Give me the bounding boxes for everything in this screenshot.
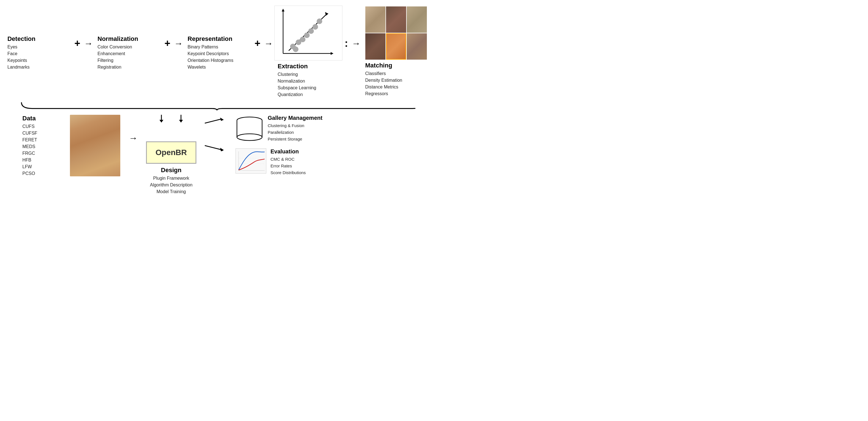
face-thumb-4 (365, 33, 385, 60)
openbr-box: OpenBR (146, 141, 196, 164)
svg-line-20 (205, 146, 221, 150)
gallery-items: Clustering & FusionParallelizationPersis… (268, 122, 324, 143)
bottom-row: Data CUFSCUFSFFERETMEDSFRGCHFBLFWPCSO → (0, 112, 434, 195)
svg-marker-19 (220, 118, 224, 121)
svg-point-11 (308, 28, 314, 34)
svg-point-12 (312, 24, 318, 30)
normalization-step: Normalization Color ConversionEnhancemen… (94, 33, 162, 70)
svg-marker-1 (331, 52, 334, 55)
evaluation-title: Evaluation (271, 148, 327, 155)
data-section: Data CUFSCUFSFFERETMEDSFRGCHFBLFWPCSO (22, 115, 56, 177)
main-container: ✛ ✛ Detection EyesFaceKeypointsLandmarks… (0, 0, 434, 210)
normalization-items: Color ConversionEnhancementFilteringRegi… (98, 44, 159, 70)
matching-image (365, 6, 427, 60)
evaluation-section: Evaluation CMC & ROCError RatesScore Dis… (236, 148, 327, 176)
gallery-text: Gallery Management Clustering & FusionPa… (268, 115, 324, 143)
svg-marker-21 (220, 148, 224, 151)
representation-step: Representation Binary PatternsKeypoint D… (184, 33, 252, 70)
evaluation-text: Evaluation CMC & ROCError RatesScore Dis… (271, 148, 327, 176)
svg-point-26 (237, 134, 262, 141)
detection-items: EyesFaceKeypointsLandmarks (7, 44, 69, 70)
detection-title: Detection (7, 35, 69, 42)
evaluation-items: CMC & ROCError RatesScore Distributions (271, 156, 327, 176)
normalization-label: Normalization Color ConversionEnhancemen… (98, 35, 159, 70)
gallery-cylinder (236, 115, 264, 143)
gallery-title: Gallery Management (268, 115, 324, 121)
detection-label: Detection EyesFaceKeypointsLandmarks (7, 35, 69, 70)
arrow-1: → (83, 38, 94, 49)
arrow-3: → (263, 38, 274, 49)
match-faces-grid (365, 6, 427, 60)
colon-1: : (342, 37, 350, 49)
gallery-section: Gallery Management Clustering & FusionPa… (236, 115, 327, 143)
face-thumb-6 (407, 33, 427, 60)
arrow-4: → (350, 38, 362, 49)
extraction-items: ClusteringNormalizationSubspace Learning… (278, 71, 339, 98)
person-photo (70, 115, 120, 176)
arrow-to-eval (205, 140, 227, 151)
plus-1: + (72, 37, 83, 49)
openbr-label: OpenBR (156, 148, 187, 157)
representation-title: Representation (188, 35, 249, 42)
arrow-to-gallery (205, 118, 227, 129)
matching-title: Matching (365, 62, 427, 69)
face-thumb-2 (386, 6, 406, 33)
brace-container (0, 101, 434, 111)
data-title: Data (22, 115, 56, 122)
extraction-label: Extraction ClusteringNormalizationSubspa… (278, 63, 339, 98)
normalization-title: Normalization (98, 35, 159, 42)
svg-point-10 (304, 32, 310, 38)
eval-chart (236, 148, 266, 174)
scatter-svg (275, 6, 336, 59)
detection-step: ✛ ✛ Detection EyesFaceKeypointsLandmarks (4, 33, 72, 70)
face-thumb-1 (365, 6, 385, 33)
down-arrow-left (157, 115, 165, 123)
plus-2: + (162, 37, 173, 49)
pipeline-row: ✛ ✛ Detection EyesFaceKeypointsLandmarks… (0, 0, 434, 98)
extraction-image (274, 6, 342, 60)
representation-label: Representation Binary PatternsKeypoint D… (188, 35, 249, 70)
extraction-title: Extraction (278, 63, 339, 70)
svg-marker-17 (179, 120, 183, 123)
svg-line-18 (205, 119, 221, 123)
svg-point-9 (300, 37, 306, 42)
arrow-2: → (173, 38, 184, 49)
openbr-wrapper: OpenBR Design Plugin FrameworkAlgorithm … (146, 115, 196, 195)
design-items: Plugin FrameworkAlgorithm DescriptionMod… (150, 175, 192, 195)
plus-3: + (252, 37, 263, 49)
face-thumb-3 (407, 6, 427, 33)
design-title: Design (150, 167, 192, 174)
representation-items: Binary PatternsKeypoint DescriptorsOrien… (188, 44, 249, 70)
svg-marker-15 (159, 120, 163, 123)
matching-label: Matching ClassifiersDensity EstimationDi… (365, 62, 427, 97)
right-panels: Gallery Management Clustering & FusionPa… (236, 115, 327, 176)
matching-items: ClassifiersDensity EstimationDistance Me… (365, 70, 427, 97)
brace-svg (19, 101, 415, 111)
design-section: Design Plugin FrameworkAlgorithm Descrip… (150, 167, 192, 195)
extraction-step: Extraction ClusteringNormalizationSubspa… (274, 6, 342, 98)
arrow-to-openbr: → (129, 133, 137, 143)
svg-marker-3 (282, 9, 284, 11)
svg-point-8 (293, 47, 299, 52)
down-arrow-right (177, 115, 185, 123)
matching-step: Matching ClassifiersDensity EstimationDi… (362, 6, 430, 97)
svg-point-13 (317, 19, 322, 24)
data-items: CUFSCUFSFFERETMEDSFRGCHFBLFWPCSO (22, 123, 56, 177)
face-thumb-5 (386, 33, 406, 60)
right-arrows-container (205, 118, 227, 151)
